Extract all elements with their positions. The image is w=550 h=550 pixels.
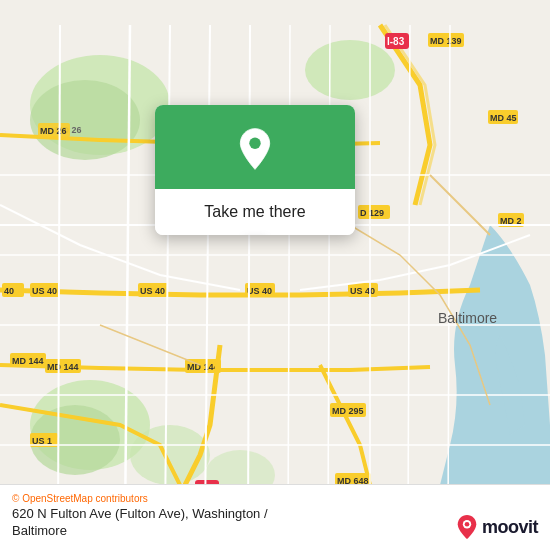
svg-text:MD 26: MD 26 <box>40 126 67 136</box>
svg-text:MD 45: MD 45 <box>490 113 517 123</box>
location-popup: Take me there <box>155 105 355 235</box>
svg-text:MD 144: MD 144 <box>47 362 79 372</box>
svg-point-3 <box>305 40 395 100</box>
svg-text:US 40: US 40 <box>32 286 57 296</box>
moovit-pin-icon <box>456 514 478 540</box>
svg-text:MD 144: MD 144 <box>187 362 219 372</box>
svg-text:US 40: US 40 <box>350 286 375 296</box>
svg-text:MD 295: MD 295 <box>332 406 364 416</box>
svg-point-67 <box>465 522 470 527</box>
moovit-logo: moovit <box>456 514 538 540</box>
take-me-there-button[interactable]: Take me there <box>155 189 355 235</box>
location-pin-icon <box>233 127 277 171</box>
address-line: 620 N Fulton Ave (Fulton Ave), Washingto… <box>12 506 538 540</box>
bottom-bar: © OpenStreetMap contributors 620 N Fulto… <box>0 484 550 550</box>
svg-point-2 <box>30 80 140 160</box>
svg-text:US 40: US 40 <box>140 286 165 296</box>
svg-text:D 129: D 129 <box>360 208 384 218</box>
moovit-brand-text: moovit <box>482 517 538 538</box>
address-text: 620 N Fulton Ave (Fulton Ave), Washingto… <box>12 506 268 540</box>
copyright-text: © OpenStreetMap contributors <box>12 493 538 504</box>
svg-text:MD 139: MD 139 <box>430 36 462 46</box>
svg-text:40: 40 <box>4 286 14 296</box>
svg-text:Baltimore: Baltimore <box>438 310 497 326</box>
map-background: MD 26 MD 26 MD 26 US 40 US 40 US 40 US 4… <box>0 0 550 550</box>
svg-text:MD 144: MD 144 <box>12 356 44 366</box>
svg-text:US 40: US 40 <box>247 286 272 296</box>
popup-header <box>155 105 355 189</box>
svg-point-65 <box>249 138 260 149</box>
svg-text:I-83: I-83 <box>387 36 405 47</box>
map-container: MD 26 MD 26 MD 26 US 40 US 40 US 40 US 4… <box>0 0 550 550</box>
